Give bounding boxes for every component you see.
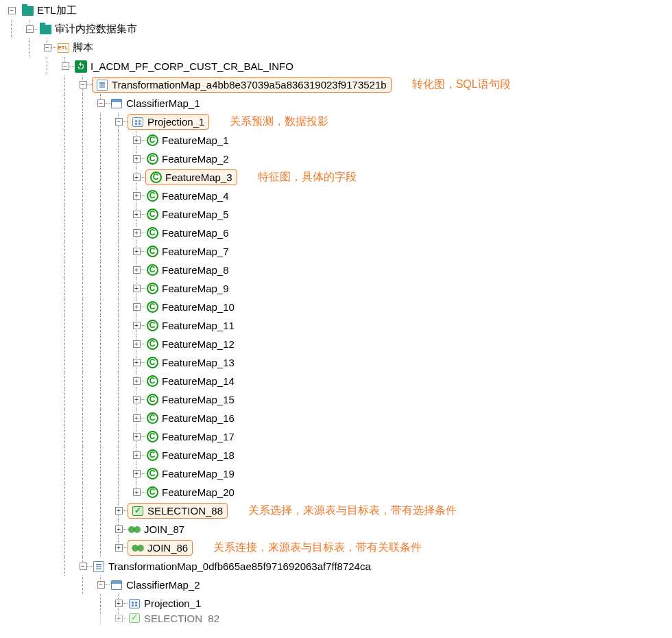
- tree-item-featuremap[interactable]: +CFeatureMap_14: [3, 372, 672, 390]
- toggle-expand-icon[interactable]: +: [133, 229, 141, 237]
- tree-item-featuremap[interactable]: +CFeatureMap_3特征图，具体的字段: [3, 168, 672, 187]
- tree-label: FeatureMap_11: [160, 320, 236, 331]
- toggle-expand-icon[interactable]: +: [115, 615, 123, 622]
- tree-label: FeatureMap_19: [160, 468, 236, 480]
- tree-item-projection2[interactable]: + Projection_1: [3, 594, 672, 613]
- toggle-expand-icon[interactable]: +: [115, 507, 123, 515]
- tree-item-join87[interactable]: + JOIN_87: [3, 520, 672, 539]
- selection-icon: [132, 505, 144, 517]
- feature-icon: C: [146, 320, 158, 332]
- tree-item-featuremap[interactable]: +CFeatureMap_1: [3, 131, 672, 150]
- tree-item-featuremap[interactable]: +CFeatureMap_13: [3, 353, 672, 372]
- tree-item-root[interactable]: − ETL加工: [3, 1, 672, 20]
- tree-item-featuremap[interactable]: +CFeatureMap_18: [3, 446, 672, 464]
- toggle-expand-icon[interactable]: +: [133, 303, 141, 311]
- toggle-expand-icon[interactable]: +: [133, 340, 141, 348]
- toggle-collapse-icon[interactable]: −: [26, 25, 34, 33]
- tree-label: FeatureMap_15: [160, 394, 236, 405]
- tree-label: JOIN_87: [143, 523, 186, 535]
- toggle-expand-icon[interactable]: +: [115, 525, 123, 533]
- toggle-collapse-icon[interactable]: −: [80, 563, 87, 570]
- toggle-expand-icon[interactable]: +: [133, 470, 141, 477]
- feature-icon: C: [146, 134, 158, 147]
- join-icon: [132, 542, 144, 554]
- tree-item-featuremap[interactable]: +CFeatureMap_8: [3, 261, 672, 279]
- tree-item-featuremap[interactable]: +CFeatureMap_9: [3, 279, 672, 298]
- tree-item-join86[interactable]: + JOIN_86 关系连接，来源表与目标表，带有关联条件: [3, 539, 672, 557]
- toggle-expand-icon[interactable]: +: [133, 192, 141, 200]
- highlighted-node: Projection_1: [128, 114, 209, 130]
- tree-item-projection1[interactable]: − Projection_1 关系预测，数据投影: [3, 113, 672, 131]
- annotation-text: 关系连接，来源表与目标表，带有关联条件: [213, 541, 422, 555]
- feature-icon: C: [146, 153, 158, 165]
- toggle-expand-icon[interactable]: +: [133, 451, 141, 459]
- tree-label: 审计内控数据集市: [53, 23, 139, 36]
- annotation-text: 转化图，SQL语句段: [412, 78, 511, 92]
- projection-icon: [128, 598, 141, 610]
- tree-item-transform2[interactable]: − TransformationMap_0dfb665ae85f97169206…: [3, 557, 672, 576]
- folder-icon: [39, 23, 51, 36]
- selection-icon: [128, 613, 141, 624]
- toggle-expand-icon[interactable]: +: [133, 155, 141, 163]
- feature-icon: C: [146, 468, 158, 480]
- toggle-expand-icon[interactable]: +: [133, 211, 141, 218]
- toggle-expand-icon[interactable]: +: [133, 377, 141, 385]
- tree-item-featuremap[interactable]: +CFeatureMap_16: [3, 409, 672, 427]
- toggle-expand-icon[interactable]: +: [133, 414, 141, 422]
- tree-item-featuremap[interactable]: +CFeatureMap_2: [3, 150, 672, 168]
- tree-item-scripts[interactable]: − ETL 脚本: [3, 38, 672, 57]
- toggle-expand-icon[interactable]: +: [133, 266, 141, 274]
- tree-item-selection82[interactable]: + SELECTION_82: [3, 613, 672, 624]
- tree-item-datamart[interactable]: − 审计内控数据集市: [3, 20, 672, 38]
- tree-item-featuremap[interactable]: +CFeatureMap_10: [3, 298, 672, 316]
- toggle-collapse-icon[interactable]: −: [8, 7, 16, 14]
- tree-item-featuremap[interactable]: +CFeatureMap_12: [3, 335, 672, 353]
- tree-item-featuremap[interactable]: +CFeatureMap_5: [3, 205, 672, 224]
- tree-label: FeatureMap_17: [160, 431, 236, 442]
- tree-item-featuremap[interactable]: +CFeatureMap_15: [3, 390, 672, 409]
- tree-item-job[interactable]: − I_ACDM_PF_CORP_CUST_CR_BAL_INFO: [3, 57, 672, 75]
- tree-item-featuremap[interactable]: +CFeatureMap_20: [3, 483, 672, 501]
- toggle-collapse-icon[interactable]: −: [97, 99, 105, 107]
- toggle-expand-icon[interactable]: +: [115, 544, 123, 552]
- tree-label: TransformationMap_a4bb8e37039a5a83631902…: [110, 79, 388, 91]
- tree-item-featuremap[interactable]: +CFeatureMap_4: [3, 187, 672, 205]
- toggle-expand-icon[interactable]: +: [133, 322, 141, 329]
- tree-label: SELECTION_82: [143, 613, 221, 624]
- feature-icon: C: [146, 209, 158, 221]
- tree-label: FeatureMap_9: [160, 283, 230, 294]
- toggle-expand-icon[interactable]: +: [133, 285, 141, 292]
- tree-item-classifier2[interactable]: − ClassifierMap_2: [3, 576, 672, 594]
- toggle-expand-icon[interactable]: +: [115, 600, 123, 607]
- toggle-expand-icon[interactable]: +: [133, 396, 141, 403]
- tree-item-featuremap[interactable]: +CFeatureMap_7: [3, 242, 672, 261]
- tree-label: FeatureMap_20: [160, 486, 236, 498]
- toggle-collapse-icon[interactable]: −: [62, 62, 69, 70]
- tree-item-featuremap[interactable]: +CFeatureMap_6: [3, 224, 672, 242]
- tree-label: FeatureMap_6: [160, 227, 230, 239]
- toggle-expand-icon[interactable]: +: [133, 433, 141, 440]
- toggle-expand-icon[interactable]: +: [133, 248, 141, 255]
- toggle-expand-icon[interactable]: +: [133, 488, 141, 496]
- tree-item-classifier1[interactable]: − ClassifierMap_1: [3, 94, 672, 113]
- toggle-expand-icon[interactable]: +: [133, 137, 141, 144]
- toggle-collapse-icon[interactable]: −: [44, 44, 51, 51]
- toggle-collapse-icon[interactable]: −: [97, 581, 105, 589]
- tree-item-featuremap[interactable]: +CFeatureMap_11: [3, 316, 672, 335]
- tree-item-transform1[interactable]: − TransformationMap_a4bb8e37039a5a836319…: [3, 75, 672, 94]
- toggle-expand-icon[interactable]: +: [133, 359, 141, 366]
- tree-label: FeatureMap_5: [160, 209, 230, 220]
- toggle-expand-icon[interactable]: +: [133, 174, 141, 181]
- toggle-collapse-icon[interactable]: −: [115, 118, 123, 126]
- tree-item-selection88[interactable]: + SELECTION_88 关系选择，来源表与目标表，带有选择条件: [3, 501, 672, 520]
- feature-icon: C: [146, 246, 158, 258]
- join-icon: [128, 523, 141, 536]
- feature-icon: C: [146, 283, 158, 295]
- annotation-text: 关系选择，来源表与目标表，带有选择条件: [248, 504, 457, 518]
- tree-label: FeatureMap_12: [160, 338, 236, 350]
- tree-item-featuremap[interactable]: +CFeatureMap_17: [3, 427, 672, 446]
- feature-icon: C: [146, 486, 158, 499]
- tree-item-featuremap[interactable]: +CFeatureMap_19: [3, 464, 672, 483]
- tree-label: TransformationMap_0dfb665ae85f971692063a…: [107, 560, 372, 572]
- toggle-collapse-icon[interactable]: −: [80, 81, 87, 88]
